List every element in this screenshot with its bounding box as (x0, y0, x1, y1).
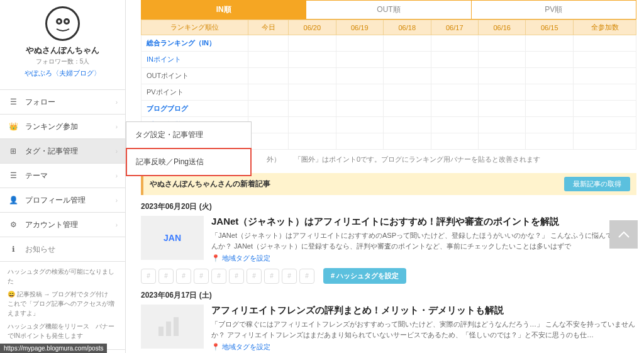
row-label[interactable]: INポイント (142, 52, 248, 68)
tag-slot[interactable]: # (176, 269, 191, 284)
menu-theme[interactable]: ☰テーマ› (0, 164, 125, 188)
sidebar-menu: ☰フォロー› 👑ランキング参加› ⊞タグ・記事管理› ☰テーマ› 👤プロフィール… (0, 89, 125, 262)
chevron-right-icon: › (116, 221, 118, 228)
tab-out[interactable]: OUT順 (306, 1, 470, 19)
username: やぬさんぽんちゃん (0, 45, 125, 56)
tag-icon: ⊞ (8, 145, 19, 157)
article-description: 「ブログで稼ぐにはアフィリエイトフレンズがおすすめって聞いたけど、実際の評判はど… (211, 319, 636, 340)
th-today: 今日 (248, 20, 289, 35)
note-text: ハッシュタグの検索が可能になりました (8, 267, 118, 286)
info-icon: ℹ (8, 244, 19, 255)
ranking-icon: 👑 (8, 121, 19, 132)
tag-slot[interactable]: # (158, 269, 174, 284)
th-date: 06/17 (431, 20, 478, 35)
note-text: ハッシュタグ機能をリリース バナーでINポイントも発生します (8, 322, 118, 340)
theme-icon: ☰ (8, 170, 19, 181)
article-date: 2023年06月17日 (土) (141, 290, 636, 301)
follow-icon: ☰ (8, 96, 19, 108)
tag-slot[interactable]: # (229, 269, 244, 284)
article-title[interactable]: JANet（ジャネット）はアフィリエイトにおすすめ！評判や審査のポイントを解説 (211, 216, 636, 228)
hashtag-row: ########## # ハッシュタグを設定 (141, 268, 636, 284)
menu-follow[interactable]: ☰フォロー› (0, 90, 125, 115)
svg-rect-5 (166, 322, 171, 336)
status-bar-url: https://mypage.blogmura.com/posts (0, 344, 107, 353)
hashtag-set-button[interactable]: # ハッシュタグを設定 (323, 268, 406, 284)
gear-icon: ⚙ (8, 219, 19, 230)
menu-profile[interactable]: 👤プロフィール管理› (0, 188, 125, 213)
region-tag-link[interactable]: 📍 地域タグを設定 (211, 342, 270, 352)
refresh-button[interactable]: 最新記事の取得 (564, 177, 630, 191)
svg-rect-4 (158, 327, 164, 336)
submenu-ping-send[interactable]: 記事反映／Ping送信 (126, 148, 252, 176)
menu-tag-article[interactable]: ⊞タグ・記事管理› (0, 139, 125, 164)
svg-point-3 (65, 20, 68, 23)
chevron-right-icon: › (116, 148, 118, 155)
follower-count: フォロワー数：5人 (0, 57, 125, 66)
svg-point-2 (58, 20, 60, 23)
new-posts-label: やぬさんぽんちゃんさんの新着記事 (150, 179, 270, 189)
th-date: 06/16 (478, 20, 525, 35)
new-posts-bar: やぬさんぽんちゃんさんの新着記事 最新記事の取得 (141, 173, 636, 195)
tab-in[interactable]: IN順 (142, 1, 306, 19)
article-title[interactable]: アフィリエイトフレンズの評判まとめ！メリット・デメリットも解説 (211, 305, 636, 317)
submenu-tag-article: タグ設定・記事管理 記事反映／Ping送信 (126, 121, 252, 176)
chevron-right-icon: › (116, 197, 118, 204)
article-block: 2023年06月20日 (火) JAN JANet（ジャネット）はアフィリエイト… (141, 201, 636, 284)
sidebar-notes: ハッシュタグの検索が可能になりました 😄 記事投稿 → ブログ村でタグ付け これ… (0, 262, 125, 349)
row-label[interactable]: ブログブログ (142, 101, 248, 117)
tag-slot[interactable]: # (264, 269, 279, 284)
article-date: 2023年06月20日 (火) (141, 201, 636, 212)
tag-slot[interactable]: # (282, 269, 297, 284)
profile-block: やぬさんぽんちゃん フォロワー数：5人 やぽぶろ〈夫婦ブログ〉 (0, 0, 125, 84)
blog-link[interactable]: やぽぶろ〈夫婦ブログ〉 (25, 69, 101, 78)
article-thumbnail[interactable]: JAN (141, 216, 204, 260)
chevron-right-icon: › (116, 123, 118, 130)
tag-slot[interactable]: # (141, 269, 156, 284)
svg-rect-6 (174, 317, 179, 336)
ranking-tabs: IN順 OUT順 PV順 (141, 0, 636, 20)
tag-slot[interactable]: # (211, 269, 226, 284)
row-label[interactable]: 総合ランキング（IN） (142, 35, 248, 52)
th-total: 全参加数 (574, 20, 636, 35)
th-date: 06/20 (289, 20, 336, 35)
menu-account[interactable]: ⚙アカウント管理› (0, 213, 125, 237)
article-block: 2023年06月17日 (土) アフィリエイトフレンズの評判まとめ！メリット・デ… (141, 290, 636, 353)
th-date: 06/18 (384, 20, 431, 35)
chevron-right-icon: › (116, 99, 118, 106)
main-content: IN順 OUT順 PV順 ランキング順位 今日 06/20 06/19 06/1… (126, 0, 644, 353)
th-date: 06/15 (526, 20, 574, 35)
th-rank: ランキング順位 (142, 20, 248, 35)
submenu-tag-settings[interactable]: タグ設定・記事管理 (126, 122, 251, 148)
scroll-top-button[interactable] (609, 220, 638, 249)
th-date: 06/19 (336, 20, 383, 35)
profile-icon: 👤 (8, 194, 19, 206)
article-thumbnail[interactable] (141, 305, 204, 349)
tab-pv[interactable]: PV順 (471, 1, 636, 19)
row-label: PVポイント (142, 84, 248, 101)
row-label: OUTポイント (142, 68, 248, 84)
chevron-up-icon (618, 231, 630, 238)
note-text: 😄 記事投稿 → ブログ村でタグ付け これで「ブログ記事へのアクセスが増えますよ… (8, 289, 118, 318)
article-description: 「JANet（ジャネット）はアフィリエイトにおすすめのASPって聞いたけど、登録… (211, 230, 636, 251)
tag-slot[interactable]: # (299, 269, 314, 284)
tag-slot[interactable]: # (194, 269, 209, 284)
chevron-right-icon: › (116, 172, 118, 179)
tag-slot[interactable]: # (247, 269, 262, 284)
sidebar: やぬさんぽんちゃん フォロワー数：5人 やぽぶろ〈夫婦ブログ〉 ☰フォロー› 👑… (0, 0, 126, 353)
region-tag-link[interactable]: 📍 地域タグを設定 (211, 254, 270, 263)
menu-ranking[interactable]: 👑ランキング参加› (0, 115, 125, 139)
menu-notice[interactable]: ℹお知らせ (0, 237, 125, 262)
avatar[interactable] (45, 6, 80, 41)
